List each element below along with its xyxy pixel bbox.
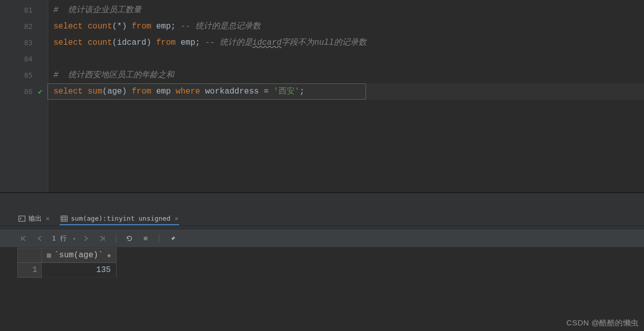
results-panel: 输出 × sum(age):tinyint unsigned × 1 行 ▾ [0,193,644,331]
stop-button[interactable] [139,232,152,245]
sort-icon[interactable]: ◆ [107,252,110,259]
comment: # 统计西安地区员工的年龄之和 [53,71,174,80]
rows-label: 1 行 [52,234,67,243]
cell-value[interactable]: 135 [42,263,117,278]
svg-rect-0 [19,216,25,222]
reload-button[interactable] [123,232,135,245]
result-tabs: 输出 × sum(age):tinyint unsigned × [0,210,644,226]
rownum-header [18,248,42,263]
line-number: 84 [14,55,33,63]
last-page-button[interactable] [96,232,108,245]
tab-result[interactable]: sum(age):tinyint unsigned × [60,213,179,225]
tab-output-label: 输出 [29,214,42,223]
tab-output[interactable]: 输出 × [17,212,50,225]
comment: # 统计该企业员工数量 [53,6,142,15]
line-number: 85 [14,71,33,79]
line-number: 83 [14,39,33,47]
prev-page-button[interactable] [34,232,46,245]
line-number: 86 [14,87,33,96]
close-icon[interactable]: × [46,215,49,222]
first-page-button[interactable] [17,232,30,245]
code-area[interactable]: # 统计该企业员工数量 select count(*) from emp; --… [48,0,644,192]
column-header[interactable]: ▦`sum(age)`◆ [42,248,117,263]
pin-button[interactable] [166,232,179,245]
column-icon: ▦ [47,251,51,259]
result-toolbar: 1 行 ▾ [0,230,644,248]
line-number: 81 [14,6,33,14]
tab-result-label: sum(age):tinyint unsigned [71,215,171,222]
grid-icon [61,215,68,222]
chevron-down-icon[interactable]: ▾ [73,236,76,242]
row-number: 1 [18,263,42,278]
gutter: 81 82 83 84 85 86✔ [0,0,48,192]
line-number: 82 [14,22,33,31]
result-table[interactable]: ▦`sum(age)`◆ 1 135 [17,248,117,278]
run-check-icon[interactable]: ✔ [36,87,45,96]
svg-rect-6 [144,237,147,240]
table-row[interactable]: 1 135 [18,263,117,278]
next-page-button[interactable] [80,232,92,245]
code-editor[interactable]: 81 82 83 84 85 86✔ # 统计该企业员工数量 select co… [0,0,644,192]
result-grid-area: ▦`sum(age)`◆ 1 135 [0,248,644,331]
svg-rect-1 [61,216,67,221]
close-icon[interactable]: × [175,215,178,222]
terminal-icon [18,215,25,222]
